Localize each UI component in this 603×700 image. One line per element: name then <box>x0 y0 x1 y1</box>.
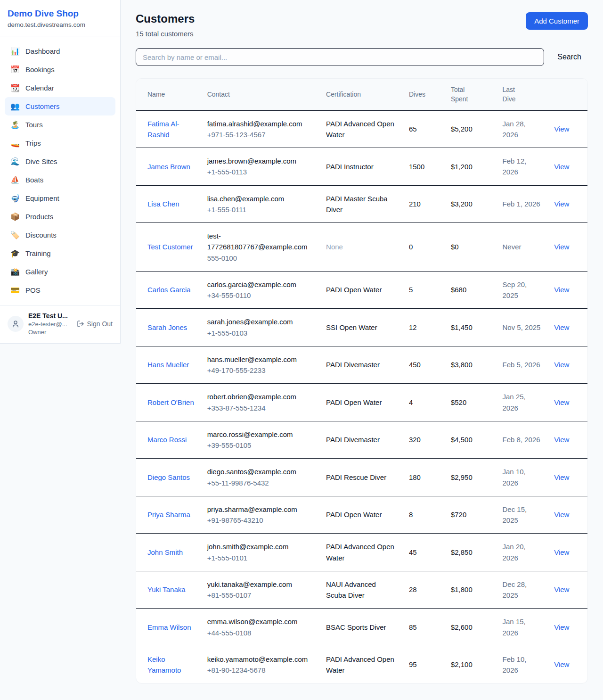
view-customer-link[interactable]: View <box>554 511 569 519</box>
nav-item-icon: 📆 <box>10 83 20 92</box>
column-header-certification: Certification <box>320 79 403 110</box>
nav-item-label: Discounts <box>25 231 57 239</box>
view-customer-link[interactable]: View <box>554 243 569 251</box>
sidebar-item[interactable]: 👥 Customers <box>5 97 115 115</box>
customer-dives: 1500 <box>403 148 445 186</box>
customer-certification: PADI Advanced Open Water <box>326 120 394 139</box>
view-customer-link[interactable]: View <box>554 548 569 556</box>
table-row: Fatima Al-Rashid fatima.alrashid@example… <box>136 110 587 148</box>
sidebar-item[interactable]: 🤿 Equipment <box>5 189 115 207</box>
sidebar-item[interactable]: 📊 Dashboard <box>5 42 115 60</box>
view-customer-link[interactable]: View <box>554 436 569 444</box>
customer-certification: PADI Open Water <box>326 286 382 294</box>
sign-out-icon <box>77 320 84 328</box>
view-customer-link[interactable]: View <box>554 398 569 406</box>
sidebar-item[interactable]: 📅 Bookings <box>5 60 115 79</box>
customer-dives: 12 <box>403 309 445 346</box>
customer-last-dive: Feb 12, 2026 <box>497 148 549 186</box>
add-customer-button[interactable]: Add Customer <box>526 12 588 30</box>
nav-item-icon: 📊 <box>10 47 20 56</box>
sidebar-item[interactable]: ⛵ Boats <box>5 171 115 189</box>
view-customer-link[interactable]: View <box>554 585 569 593</box>
sidebar-item[interactable]: 📸 Gallery <box>5 263 115 281</box>
customer-name-link[interactable]: Test Customer <box>147 241 193 252</box>
view-customer-link[interactable]: View <box>554 473 569 481</box>
nav-item-icon: 📸 <box>10 267 20 276</box>
table-row: Diego Santos diego.santos@example.com +5… <box>136 459 587 496</box>
customer-phone: +34-555-0110 <box>207 290 315 301</box>
page-title: Customers <box>136 12 195 25</box>
customer-name-link[interactable]: Sarah Jones <box>147 322 187 333</box>
user-name: E2E Test U... <box>28 312 72 320</box>
nav-item-label: Bookings <box>25 66 55 74</box>
customer-dives: 5 <box>403 271 445 309</box>
table-row: Emma Wilson emma.wilson@example.com +44-… <box>136 609 587 646</box>
customer-phone: +1-555-0101 <box>207 552 315 563</box>
nav-item-icon: 📦 <box>10 212 20 221</box>
sidebar-item[interactable]: 📦 Products <box>5 207 115 226</box>
customer-name-link[interactable]: John Smith <box>147 547 183 558</box>
view-customer-link[interactable]: View <box>554 660 569 668</box>
nav-item-icon: ⛵ <box>10 175 20 184</box>
sidebar-item[interactable]: 🏝️ Tours <box>5 115 115 134</box>
customer-phone: +1-555-0103 <box>207 328 315 338</box>
customer-name-link[interactable]: Lisa Chen <box>147 198 179 209</box>
view-customer-link[interactable]: View <box>554 125 569 133</box>
customer-last-dive: Feb 5, 2026 <box>497 346 549 384</box>
table-row: John Smith john.smith@example.com +1-555… <box>136 534 587 571</box>
customer-certification: BSAC Sports Diver <box>326 623 386 631</box>
customer-name-link[interactable]: Diego Santos <box>147 472 190 483</box>
customer-total-spent: $2,950 <box>445 459 497 496</box>
sidebar-item[interactable]: 🚤 Trips <box>5 134 115 152</box>
customer-total-spent: $1,200 <box>445 148 497 186</box>
customer-email: carlos.garcia@example.com <box>207 279 315 290</box>
view-customer-link[interactable]: View <box>554 286 569 294</box>
customer-name-link[interactable]: Yuki Tanaka <box>147 584 186 595</box>
customer-dives: 45 <box>403 534 445 571</box>
view-customer-link[interactable]: View <box>554 361 569 369</box>
customer-name-link[interactable]: Keiko Yamamoto <box>147 654 196 676</box>
customer-phone: 555-0100 <box>207 253 315 264</box>
sidebar: Demo Dive Shop demo.test.divestreams.com… <box>0 0 121 344</box>
customer-name-link[interactable]: Priya Sharma <box>147 509 190 520</box>
nav-item-label: POS <box>25 286 41 294</box>
customer-email: john.smith@example.com <box>207 541 315 552</box>
sign-out-label: Sign Out <box>87 320 113 328</box>
customer-name-link[interactable]: Emma Wilson <box>147 622 191 633</box>
column-header-contact: Contact <box>202 79 320 110</box>
view-customer-link[interactable]: View <box>554 323 569 331</box>
sidebar-item[interactable]: 🎓 Training <box>5 244 115 263</box>
customer-name-link[interactable]: James Brown <box>147 161 190 172</box>
customer-dives: 450 <box>403 346 445 384</box>
view-customer-link[interactable]: View <box>554 200 569 208</box>
sidebar-item[interactable]: 💳 POS <box>5 281 115 299</box>
customer-name-link[interactable]: Robert O'Brien <box>147 397 194 408</box>
customer-certification: PADI Advanced Open Water <box>326 543 394 561</box>
customer-name-link[interactable]: Hans Mueller <box>147 359 189 370</box>
customer-last-dive: Feb 1, 2026 <box>497 185 549 223</box>
customer-name-link[interactable]: Fatima Al-Rashid <box>147 118 196 140</box>
main-content: Customers 15 total customers Add Custome… <box>121 0 603 696</box>
table-row: Carlos Garcia carlos.garcia@example.com … <box>136 271 587 309</box>
sidebar-item[interactable]: 📆 Calendar <box>5 79 115 97</box>
search-button[interactable]: Search <box>544 53 588 61</box>
customer-name-link[interactable]: Marco Rossi <box>147 434 187 445</box>
search-input[interactable] <box>136 48 544 66</box>
view-customer-link[interactable]: View <box>554 623 569 631</box>
customer-last-dive: Sep 20, 2025 <box>497 271 549 309</box>
sidebar-item[interactable]: 🏷️ Discounts <box>5 226 115 244</box>
customer-name-link[interactable]: Carlos Garcia <box>147 284 191 295</box>
customer-email: priya.sharma@example.com <box>207 504 315 515</box>
customer-phone: +39-555-0105 <box>207 440 315 451</box>
customer-dives: 180 <box>403 459 445 496</box>
sign-out-button[interactable]: Sign Out <box>77 320 113 328</box>
nav-item-label: Customers <box>25 102 60 110</box>
view-customer-link[interactable]: View <box>554 163 569 171</box>
customer-total-spent: $1,800 <box>445 571 497 609</box>
sidebar-item[interactable]: 🌊 Dive Sites <box>5 152 115 171</box>
customer-phone: +55-11-99876-5432 <box>207 478 315 488</box>
nav-item-label: Products <box>25 213 53 221</box>
customer-last-dive: Feb 10, 2026 <box>497 646 549 683</box>
customer-total-spent: $2,850 <box>445 534 497 571</box>
customer-phone: +44-555-0108 <box>207 627 315 638</box>
